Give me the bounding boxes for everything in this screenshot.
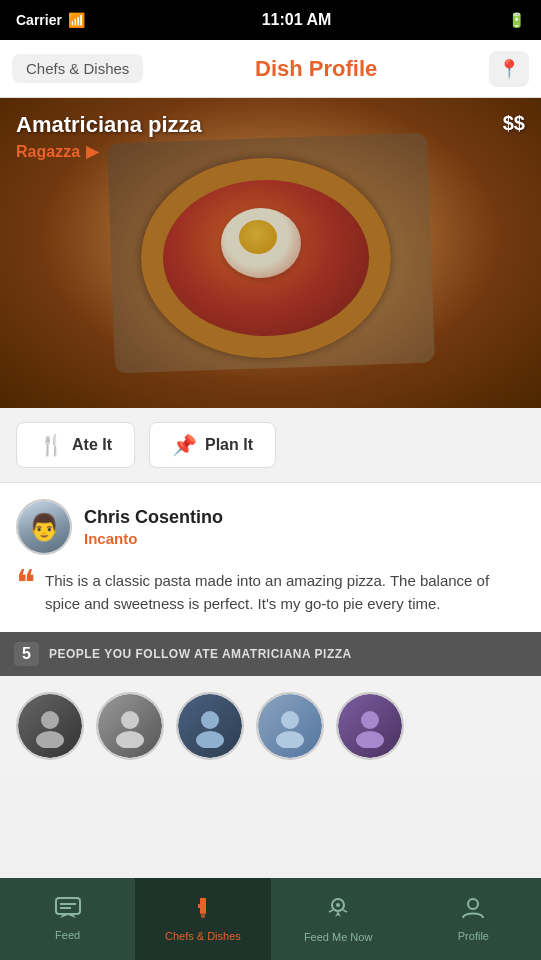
svg-point-4 [201,711,219,729]
plan-it-label: Plan It [205,436,253,454]
svg-rect-14 [201,913,205,918]
svg-rect-10 [56,898,80,914]
tab-feed-me-now[interactable]: Feed Me Now [271,878,406,960]
feed-me-now-icon [325,895,351,927]
carrier-label: Carrier [16,12,62,28]
avatar [258,694,322,758]
svg-point-2 [121,711,139,729]
list-item[interactable] [256,692,324,760]
profile-icon [461,896,485,926]
svg-rect-13 [200,898,206,914]
restaurant-arrow-icon: ▶ [86,142,98,161]
avatar [338,694,402,758]
svg-point-18 [468,899,478,909]
svg-point-1 [36,731,64,748]
location-icon: 📍 [498,58,520,80]
ate-it-button[interactable]: 🍴 Ate It [16,422,135,468]
action-row: 🍴 Ate It 📌 Plan It [0,408,541,483]
chef-section: 👨 Chris Cosentino Incanto ❝ This is a cl… [0,483,541,632]
quote-text: This is a classic pasta made into an ama… [45,569,525,616]
followers-count: 5 [14,642,39,666]
utensils-icon: 🍴 [39,433,64,457]
svg-point-5 [196,731,224,748]
nav-bar: Chefs & Dishes Dish Profile 📍 [0,40,541,98]
page-title: Dish Profile [255,56,377,82]
avatar: 👨 [16,499,72,555]
chef-restaurant[interactable]: Incanto [84,530,223,547]
chef-info: Chris Cosentino Incanto [84,507,223,547]
avatar [178,694,242,758]
knife-icon [191,896,215,926]
chef-avatar-icon: 👨 [28,512,60,543]
quote-open-icon: ❝ [16,565,35,601]
svg-point-9 [356,731,384,748]
tab-profile[interactable]: Profile [406,878,541,960]
clock: 11:01 AM [262,11,332,29]
chef-quote: ❝ This is a classic pasta made into an a… [16,565,525,616]
followers-label: PEOPLE YOU FOLLOW ATE AMATRICIANA PIZZA [49,647,352,661]
tab-feed-label: Feed [55,929,80,941]
wifi-icon: 📶 [68,12,85,28]
tab-profile-label: Profile [458,930,489,942]
tab-chefs-dishes-label: Chefs & Dishes [165,930,241,942]
location-button[interactable]: 📍 [489,51,529,87]
followers-banner: 5 PEOPLE YOU FOLLOW ATE AMATRICIANA PIZZ… [0,632,541,676]
pin-icon: 📌 [172,433,197,457]
feed-icon [55,897,81,925]
tab-feed-me-now-label: Feed Me Now [304,931,372,943]
svg-point-6 [281,711,299,729]
plan-it-button[interactable]: 📌 Plan It [149,422,276,468]
tab-feed[interactable]: Feed [0,878,135,960]
svg-point-8 [361,711,379,729]
chef-header: 👨 Chris Cosentino Incanto [16,499,525,555]
svg-point-7 [276,731,304,748]
list-item[interactable] [96,692,164,760]
list-item[interactable] [16,692,84,760]
svg-rect-15 [198,904,200,908]
list-item[interactable] [336,692,404,760]
list-item[interactable] [176,692,244,760]
tab-bar: Feed Chefs & Dishes Feed Me Now [0,878,541,960]
price-tag: $$ [503,112,525,135]
avatar [98,694,162,758]
hero-info: Amatriciana pizza Ragazza ▶ [0,98,541,161]
follower-avatars-row [0,676,541,776]
svg-point-17 [336,903,340,907]
hero-image: Amatriciana pizza Ragazza ▶ $$ [0,98,541,408]
svg-point-3 [116,731,144,748]
dish-name: Amatriciana pizza [16,112,202,137]
ate-it-label: Ate It [72,436,112,454]
tab-chefs-dishes[interactable]: Chefs & Dishes [135,878,270,960]
status-bar: Carrier 📶 11:01 AM 🔋 [0,0,541,40]
chef-name: Chris Cosentino [84,507,223,528]
restaurant-name[interactable]: Ragazza ▶ [16,142,525,161]
back-button[interactable]: Chefs & Dishes [12,54,143,83]
hero-background: Amatriciana pizza Ragazza ▶ $$ [0,98,541,408]
svg-point-0 [41,711,59,729]
battery-icon: 🔋 [508,12,525,28]
avatar [18,694,82,758]
